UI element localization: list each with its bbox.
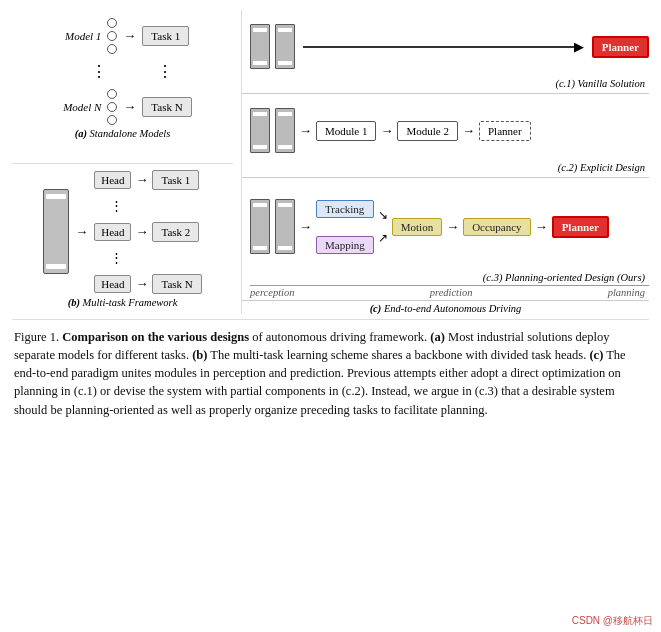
circle-node (107, 44, 117, 54)
prediction-label: prediction (430, 287, 473, 298)
figure-num: Figure 1. (14, 330, 59, 344)
model-1-label: Model 1 (53, 30, 101, 42)
node-group-n (107, 89, 117, 125)
section-c3: → Tracking Mapping ↘ ↗ Motion → (242, 178, 649, 300)
film-strip-3 (250, 108, 270, 153)
section-a: Model 1 → Task 1 ⋮ ⋮ (12, 10, 233, 164)
c2-planner: Planner (479, 121, 531, 141)
task-1-box: Task 1 (142, 26, 189, 46)
film-strip-1 (250, 24, 270, 69)
c3-arrow-track-motion: ↘ (378, 208, 388, 223)
caption-area: Figure 1. Comparison on the various desi… (12, 320, 649, 421)
diagram-area: Model 1 → Task 1 ⋮ ⋮ (12, 10, 649, 320)
section-b-bold-label: (b) (68, 297, 80, 308)
section-c-main-label: (c) End-to-end Autonomous Driving (242, 300, 649, 314)
film-strip-6 (275, 199, 295, 254)
c2-arrow-1: → (299, 123, 312, 139)
main-container: Model 1 → Task 1 ⋮ ⋮ (0, 0, 661, 632)
circle-node (107, 18, 117, 28)
c2-module2: Module 2 (397, 121, 457, 141)
model-n-row: Model N → Task N (53, 89, 191, 125)
arrow-icon: → (75, 224, 88, 240)
section-a-bold-label: (a) (75, 128, 87, 139)
caption-bold: Comparison on the various designs (62, 330, 249, 344)
c1-label-text: (c.1) Vanilla Solution (555, 78, 645, 89)
section-a-label: (a) Standalone Models (75, 128, 171, 139)
c-text-label: End-to-end Autonomous Driving (384, 303, 521, 314)
task-n-box: Task N (142, 97, 191, 117)
c1-arrow: ▶ (299, 39, 588, 55)
b-task-1: Task 1 (152, 170, 199, 190)
c1-arrow-head: ▶ (574, 39, 584, 55)
c2-arrow-3: → (462, 123, 475, 139)
c3-film-pair (250, 199, 295, 254)
c2-module1: Module 1 (316, 121, 376, 141)
c1-arrow-line (303, 46, 575, 48)
c1-label: (c.1) Vanilla Solution (250, 78, 649, 89)
backbone-rect (43, 189, 69, 274)
head-task-1: Head → Task 1 (94, 170, 202, 190)
left-diagrams: Model 1 → Task 1 ⋮ ⋮ (12, 10, 242, 314)
motion-box: Motion (392, 218, 442, 236)
circle-node (107, 102, 117, 112)
b-task-2: Task 2 (152, 222, 199, 242)
c3-left-modules: Tracking Mapping (316, 200, 374, 254)
head-box-1: Head (94, 171, 131, 189)
caption-text3: The multi-task learning scheme shares a … (207, 348, 589, 362)
model-1-row: Model 1 → Task 1 (53, 18, 191, 54)
c2-film-pair (250, 108, 295, 153)
section-c1: ▶ Planner (c.1) Vanilla Solution (242, 10, 649, 94)
section-b-text-label: Multi-task Framework (83, 297, 178, 308)
planning-label: planning (608, 287, 645, 298)
section-a-text-label: Standalone Models (90, 128, 171, 139)
model-n-label: Model N (53, 101, 101, 113)
perception-label: perception (250, 287, 295, 298)
c3-arrow-2: → (446, 219, 459, 235)
caption-b-bold: (b) (192, 348, 207, 362)
c2-label: (c.2) Explicit Design (250, 162, 649, 173)
section-c2: → Module 1 → Module 2 → Planner (c.2) Ex… (242, 94, 649, 178)
watermark: CSDN @移航杯日 (572, 614, 653, 628)
arrow-icon: → (135, 172, 148, 188)
dots-label: ⋮ ⋮ (91, 62, 175, 81)
film-strip-2 (275, 24, 295, 69)
caption-a-bold: (a) (430, 330, 445, 344)
section-b-label: (b) Multi-task Framework (68, 297, 178, 308)
c3-arrows-mid: ↘ ↗ (378, 208, 388, 246)
b-dots-2: ⋮ (94, 250, 202, 266)
arrow-icon: → (135, 224, 148, 240)
c3-arrow-3: → (535, 219, 548, 235)
section-a-content: Model 1 → Task 1 ⋮ ⋮ (16, 18, 229, 125)
c2-label-text: (c.2) Explicit Design (558, 162, 645, 173)
mapping-box: Mapping (316, 236, 374, 254)
c2-content: → Module 1 → Module 2 → Planner (250, 100, 649, 162)
section-a-dots: ⋮ ⋮ (53, 62, 191, 81)
c1-planner-box: Planner (592, 36, 649, 58)
circle-node (107, 115, 117, 125)
head-box-n: Head (94, 275, 131, 293)
c2-arrow-2: → (380, 123, 393, 139)
b-task-n: Task N (152, 274, 201, 294)
circle-node (107, 31, 117, 41)
arrow-icon: → (123, 99, 136, 115)
head-task-2: Head → Task 2 (94, 222, 202, 242)
right-content-area: ▶ Planner (c.1) Vanilla Solution (242, 10, 649, 314)
arrow-icon: → (135, 276, 148, 292)
film-strip-5 (250, 199, 270, 254)
c-bottom-labels: perception prediction planning (250, 285, 649, 298)
head-tasks: Head → Task 1 ⋮ Head → Task 2 ⋮ Head (94, 170, 202, 294)
c-bold-label: (c) (370, 303, 382, 314)
c3-content: → Tracking Mapping ↘ ↗ Motion → (250, 182, 649, 272)
c3-arrow-map-motion: ↗ (378, 231, 388, 246)
section-b-content: → Head → Task 1 ⋮ Head → Task 2 (16, 170, 229, 294)
b-dots: ⋮ (94, 198, 202, 214)
arrow-icon: → (123, 28, 136, 44)
c3-planner-box: Planner (552, 216, 609, 238)
c1-film-pair (250, 24, 295, 69)
head-task-n: Head → Task N (94, 274, 202, 294)
tracking-box: Tracking (316, 200, 374, 218)
c3-label-text: (c.3) Planning-oriented Design (Ours) (483, 272, 645, 283)
caption-c-bold: (c) (589, 348, 603, 362)
head-box-2: Head (94, 223, 131, 241)
caption-text1: of autonomous driving framework. (249, 330, 430, 344)
